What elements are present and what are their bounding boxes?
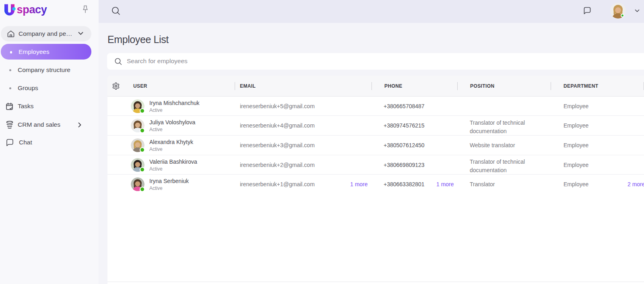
svg-text:spacy: spacy — [17, 4, 47, 16]
